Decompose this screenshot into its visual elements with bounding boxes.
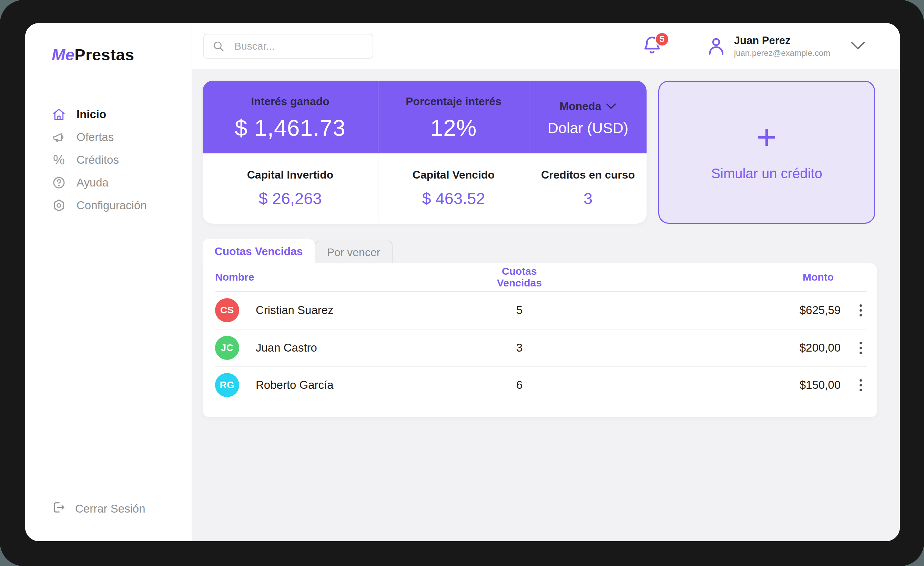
stat-value: 12% bbox=[430, 115, 477, 141]
sidebar-item-configuracion[interactable]: Configuración bbox=[52, 197, 192, 215]
table-row: JC Juan Castro 3 $200,00 bbox=[215, 329, 867, 366]
cards-row: Interés ganado $ 1,461.73 Porcentaje int… bbox=[202, 81, 900, 224]
table-header-cuotas: Cuotas Vencidas bbox=[482, 266, 557, 289]
topbar: 5 Juan Perez juan.perez@example.com bbox=[192, 23, 900, 69]
stat-value: $ 26,263 bbox=[259, 189, 322, 208]
megaphone-icon bbox=[52, 130, 66, 144]
stat-interes-ganado: Interés ganado $ 1,461.73 bbox=[202, 81, 378, 153]
row-menu-button[interactable] bbox=[855, 376, 867, 395]
client-name: Cristian Suarez bbox=[256, 304, 334, 317]
sidebar-item-inicio[interactable]: Inicio bbox=[52, 105, 192, 123]
tab-por-vencer[interactable]: Por vencer bbox=[315, 240, 393, 263]
sidebar: MePrestas Inicio Ofertas % Cré bbox=[25, 23, 192, 541]
monto-value: $625,59 bbox=[789, 304, 844, 317]
logout-label: Cerrar Sesión bbox=[75, 502, 146, 515]
tabs: Cuotas Vencidas Por vencer bbox=[202, 239, 900, 263]
table-row: CS Cristian Suarez 5 $625,59 bbox=[215, 291, 867, 329]
user-name: Juan Perez bbox=[734, 35, 830, 47]
stat-value: $ 1,461.73 bbox=[235, 115, 346, 141]
brand-accent: Me bbox=[52, 45, 75, 64]
table-header-nombre: Nombre bbox=[215, 271, 482, 283]
currency-dropdown[interactable]: Moneda bbox=[560, 100, 616, 113]
stat-label: Capital Invertido bbox=[247, 168, 334, 181]
client-cell: JC Juan Castro bbox=[215, 336, 482, 360]
stat-moneda: Moneda Dolar (USD) bbox=[529, 81, 646, 153]
avatar: CS bbox=[215, 298, 239, 322]
row-menu-button[interactable] bbox=[855, 301, 867, 320]
user-avatar-icon bbox=[706, 35, 726, 57]
stats-card: Interés ganado $ 1,461.73 Porcentaje int… bbox=[202, 81, 646, 224]
search-input[interactable] bbox=[234, 41, 364, 52]
table-row: RG Roberto García 6 $150,00 bbox=[215, 366, 867, 403]
stat-label: Interés ganado bbox=[251, 95, 330, 108]
sidebar-item-creditos[interactable]: % Créditos bbox=[52, 151, 192, 169]
overdue-installments-table: Nombre Cuotas Vencidas Monto CS Cristian… bbox=[202, 263, 877, 417]
table-header-monto: Monto bbox=[789, 271, 844, 283]
search-icon bbox=[212, 40, 225, 53]
sidebar-item-label: Configuración bbox=[76, 199, 147, 212]
logout-button[interactable]: Cerrar Sesión bbox=[52, 500, 192, 517]
client-name: Roberto García bbox=[256, 378, 334, 392]
dashboard-content: Interés ganado $ 1,461.73 Porcentaje int… bbox=[192, 69, 900, 541]
stat-value: 3 bbox=[584, 189, 592, 208]
help-circle-icon bbox=[52, 176, 66, 190]
user-email: juan.perez@example.com bbox=[734, 48, 830, 58]
main-area: 5 Juan Perez juan.perez@example.com bbox=[192, 23, 900, 541]
sidebar-item-label: Ayuda bbox=[76, 176, 109, 189]
cuotas-vencidas-value: 6 bbox=[482, 378, 557, 392]
stat-label: Porcentaje interés bbox=[406, 95, 501, 108]
stats-card-top: Interés ganado $ 1,461.73 Porcentaje int… bbox=[202, 81, 646, 153]
sidebar-item-label: Ofertas bbox=[76, 131, 114, 144]
client-name: Juan Castro bbox=[256, 341, 317, 354]
home-icon bbox=[52, 107, 66, 122]
avatar: JC bbox=[215, 336, 239, 360]
simulate-credit-label: Simular un crédito bbox=[711, 166, 822, 181]
avatar: RG bbox=[215, 373, 239, 397]
sidebar-item-label: Créditos bbox=[76, 153, 119, 167]
cuotas-vencidas-value: 5 bbox=[482, 304, 557, 317]
client-cell: RG Roberto García bbox=[215, 373, 482, 397]
stat-label: Moneda bbox=[560, 100, 602, 113]
user-text: Juan Perez juan.perez@example.com bbox=[734, 35, 830, 58]
search-box[interactable] bbox=[203, 34, 373, 59]
chevron-down-icon bbox=[606, 103, 616, 109]
stat-label: Creditos en curso bbox=[541, 168, 635, 181]
tab-cuotas-vencidas[interactable]: Cuotas Vencidas bbox=[202, 239, 315, 263]
plus-icon: + bbox=[756, 123, 777, 151]
sidebar-nav: Inicio Ofertas % Créditos Ayuda bbox=[52, 105, 192, 215]
brand-logo: MePrestas bbox=[52, 45, 192, 64]
chevron-down-icon[interactable] bbox=[850, 41, 866, 51]
brand-rest: Prestas bbox=[75, 45, 134, 64]
stat-value: Dolar (USD) bbox=[548, 120, 628, 137]
row-menu-button[interactable] bbox=[855, 338, 867, 357]
sidebar-item-ayuda[interactable]: Ayuda bbox=[52, 174, 192, 192]
client-cell: CS Cristian Suarez bbox=[215, 298, 482, 322]
notification-badge: 5 bbox=[655, 32, 669, 47]
stat-creditos-en-curso: Creditos en curso 3 bbox=[529, 153, 646, 223]
monto-value: $200,00 bbox=[789, 341, 844, 354]
stat-capital-vencido: Capital Vencido $ 463.52 bbox=[378, 153, 529, 223]
stat-capital-invertido: Capital Invertido $ 26,263 bbox=[202, 153, 378, 223]
stat-porcentaje-interes: Porcentaje interés 12% bbox=[378, 81, 529, 153]
topbar-right: 5 Juan Perez juan.perez@example.com bbox=[642, 35, 866, 58]
stats-card-bottom: Capital Invertido $ 26,263 Capital Venci… bbox=[202, 153, 646, 223]
stat-value: $ 463.52 bbox=[422, 189, 485, 208]
simulate-credit-button[interactable]: + Simular un crédito bbox=[658, 81, 875, 224]
device-frame: MePrestas Inicio Ofertas % Cré bbox=[0, 0, 924, 566]
monto-value: $150,00 bbox=[789, 378, 844, 392]
sidebar-item-label: Inicio bbox=[76, 108, 106, 121]
table-header-row: Nombre Cuotas Vencidas Monto bbox=[215, 263, 867, 291]
sidebar-item-ofertas[interactable]: Ofertas bbox=[52, 128, 192, 146]
cuotas-vencidas-value: 3 bbox=[482, 341, 557, 354]
settings-icon bbox=[52, 198, 66, 213]
app-window: MePrestas Inicio Ofertas % Cré bbox=[25, 23, 900, 541]
percent-icon: % bbox=[52, 153, 66, 167]
logout-icon bbox=[52, 500, 66, 517]
stat-label: Capital Vencido bbox=[412, 168, 495, 181]
notifications-button[interactable]: 5 bbox=[642, 35, 664, 57]
user-menu[interactable]: Juan Perez juan.perez@example.com bbox=[706, 35, 830, 58]
